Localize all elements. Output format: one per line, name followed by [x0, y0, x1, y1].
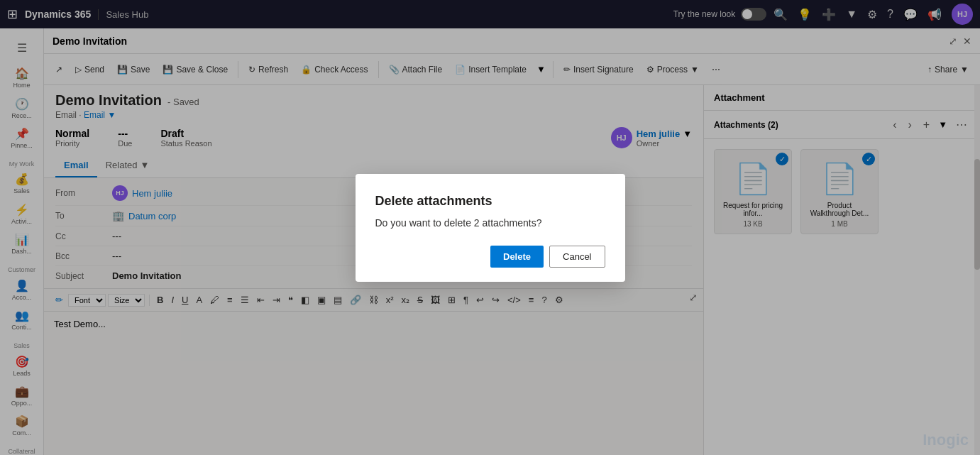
dialog-title: Delete attachments [375, 194, 605, 209]
dialog-backdrop: Delete attachments Do you want to delete… [0, 0, 980, 455]
cancel-button[interactable]: Cancel [549, 246, 605, 268]
delete-dialog: Delete attachments Do you want to delete… [356, 174, 625, 282]
dialog-buttons: Delete Cancel [375, 246, 605, 268]
dialog-body: Do you want to delete 2 attachments? [375, 217, 605, 229]
delete-button[interactable]: Delete [490, 246, 544, 268]
